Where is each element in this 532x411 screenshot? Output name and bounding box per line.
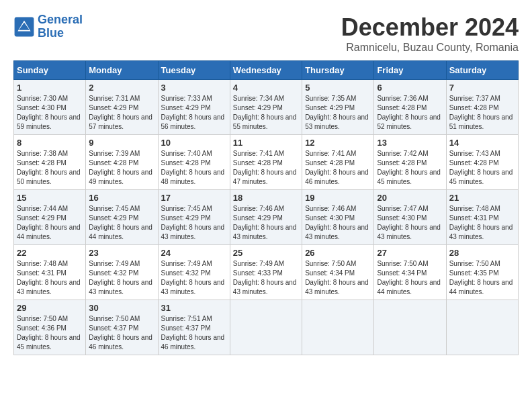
day-info: Sunrise: 7:48 AM Sunset: 4:31 PM Dayligh… bbox=[449, 204, 515, 242]
day-info: Sunrise: 7:44 AM Sunset: 4:29 PM Dayligh… bbox=[17, 204, 83, 242]
day-info: Sunrise: 7:33 AM Sunset: 4:29 PM Dayligh… bbox=[161, 94, 227, 132]
calendar-cell: 28 Sunrise: 7:50 AM Sunset: 4:35 PM Dayl… bbox=[446, 245, 518, 300]
day-number: 4 bbox=[233, 83, 299, 93]
calendar-cell: 2 Sunrise: 7:31 AM Sunset: 4:29 PM Dayli… bbox=[86, 80, 158, 135]
day-info: Sunrise: 7:50 AM Sunset: 4:34 PM Dayligh… bbox=[377, 259, 443, 297]
logo-line1: General bbox=[38, 13, 83, 26]
day-number: 30 bbox=[89, 303, 154, 313]
day-info: Sunrise: 7:49 AM Sunset: 4:33 PM Dayligh… bbox=[233, 259, 299, 297]
day-info: Sunrise: 7:41 AM Sunset: 4:28 PM Dayligh… bbox=[305, 149, 371, 187]
day-number: 23 bbox=[89, 248, 154, 258]
day-info: Sunrise: 7:31 AM Sunset: 4:29 PM Dayligh… bbox=[89, 94, 154, 132]
day-info: Sunrise: 7:37 AM Sunset: 4:28 PM Dayligh… bbox=[449, 94, 515, 132]
weekday-header-monday: Monday bbox=[86, 61, 158, 80]
day-info: Sunrise: 7:45 AM Sunset: 4:29 PM Dayligh… bbox=[161, 204, 227, 242]
calendar-cell: 21 Sunrise: 7:48 AM Sunset: 4:31 PM Dayl… bbox=[446, 190, 518, 245]
day-number: 31 bbox=[161, 303, 227, 313]
day-number: 29 bbox=[17, 303, 83, 313]
calendar-cell: 3 Sunrise: 7:33 AM Sunset: 4:29 PM Dayli… bbox=[158, 80, 230, 135]
calendar-cell: 23 Sunrise: 7:49 AM Sunset: 4:32 PM Dayl… bbox=[86, 245, 158, 300]
weekday-header-friday: Friday bbox=[374, 61, 446, 80]
calendar-cell bbox=[446, 300, 518, 355]
day-number: 10 bbox=[161, 138, 227, 148]
day-number: 16 bbox=[89, 193, 154, 203]
day-info: Sunrise: 7:36 AM Sunset: 4:28 PM Dayligh… bbox=[377, 94, 443, 132]
day-info: Sunrise: 7:40 AM Sunset: 4:28 PM Dayligh… bbox=[161, 149, 227, 187]
day-number: 26 bbox=[305, 248, 371, 258]
title-section: December 2024 Ramnicelu, Buzau County, R… bbox=[341, 13, 519, 54]
calendar-week-2: 8 Sunrise: 7:38 AM Sunset: 4:28 PM Dayli… bbox=[14, 135, 519, 190]
calendar-cell: 10 Sunrise: 7:40 AM Sunset: 4:28 PM Dayl… bbox=[158, 135, 230, 190]
day-number: 19 bbox=[305, 193, 371, 203]
calendar-week-5: 29 Sunrise: 7:50 AM Sunset: 4:36 PM Dayl… bbox=[14, 300, 519, 355]
month-title: December 2024 bbox=[341, 13, 519, 42]
weekday-header-saturday: Saturday bbox=[446, 61, 518, 80]
calendar-cell: 15 Sunrise: 7:44 AM Sunset: 4:29 PM Dayl… bbox=[14, 190, 86, 245]
calendar-week-4: 22 Sunrise: 7:48 AM Sunset: 4:31 PM Dayl… bbox=[14, 245, 519, 300]
day-number: 8 bbox=[17, 138, 83, 148]
day-info: Sunrise: 7:50 AM Sunset: 4:36 PM Dayligh… bbox=[17, 314, 83, 352]
header: General Blue December 2024 Ramnicelu, Bu… bbox=[13, 13, 519, 54]
weekday-header-tuesday: Tuesday bbox=[158, 61, 230, 80]
day-info: Sunrise: 7:34 AM Sunset: 4:29 PM Dayligh… bbox=[233, 94, 299, 132]
calendar-cell: 13 Sunrise: 7:42 AM Sunset: 4:28 PM Dayl… bbox=[374, 135, 446, 190]
calendar-cell: 27 Sunrise: 7:50 AM Sunset: 4:34 PM Dayl… bbox=[374, 245, 446, 300]
day-info: Sunrise: 7:50 AM Sunset: 4:37 PM Dayligh… bbox=[89, 314, 154, 352]
calendar-cell: 22 Sunrise: 7:48 AM Sunset: 4:31 PM Dayl… bbox=[14, 245, 86, 300]
weekday-header-sunday: Sunday bbox=[14, 61, 86, 80]
day-info: Sunrise: 7:47 AM Sunset: 4:30 PM Dayligh… bbox=[377, 204, 443, 242]
weekday-header-thursday: Thursday bbox=[302, 61, 374, 80]
day-number: 21 bbox=[449, 193, 515, 203]
day-info: Sunrise: 7:48 AM Sunset: 4:31 PM Dayligh… bbox=[17, 259, 83, 297]
day-number: 22 bbox=[17, 248, 83, 258]
day-number: 5 bbox=[305, 83, 371, 93]
calendar-cell: 5 Sunrise: 7:35 AM Sunset: 4:29 PM Dayli… bbox=[302, 80, 374, 135]
calendar-cell: 24 Sunrise: 7:49 AM Sunset: 4:32 PM Dayl… bbox=[158, 245, 230, 300]
calendar-week-3: 15 Sunrise: 7:44 AM Sunset: 4:29 PM Dayl… bbox=[14, 190, 519, 245]
day-info: Sunrise: 7:39 AM Sunset: 4:28 PM Dayligh… bbox=[89, 149, 154, 187]
day-number: 27 bbox=[377, 248, 443, 258]
calendar-cell: 26 Sunrise: 7:50 AM Sunset: 4:34 PM Dayl… bbox=[302, 245, 374, 300]
calendar-cell: 18 Sunrise: 7:46 AM Sunset: 4:29 PM Dayl… bbox=[230, 190, 302, 245]
day-number: 11 bbox=[233, 138, 299, 148]
calendar-cell: 29 Sunrise: 7:50 AM Sunset: 4:36 PM Dayl… bbox=[14, 300, 86, 355]
calendar-cell: 12 Sunrise: 7:41 AM Sunset: 4:28 PM Dayl… bbox=[302, 135, 374, 190]
day-number: 25 bbox=[233, 248, 299, 258]
calendar-cell: 14 Sunrise: 7:43 AM Sunset: 4:28 PM Dayl… bbox=[446, 135, 518, 190]
day-info: Sunrise: 7:43 AM Sunset: 4:28 PM Dayligh… bbox=[449, 149, 515, 187]
day-info: Sunrise: 7:38 AM Sunset: 4:28 PM Dayligh… bbox=[17, 149, 83, 187]
day-number: 28 bbox=[449, 248, 515, 258]
calendar-cell: 19 Sunrise: 7:46 AM Sunset: 4:30 PM Dayl… bbox=[302, 190, 374, 245]
weekday-header-wednesday: Wednesday bbox=[230, 61, 302, 80]
day-number: 12 bbox=[305, 138, 371, 148]
day-info: Sunrise: 7:51 AM Sunset: 4:37 PM Dayligh… bbox=[161, 314, 227, 352]
day-info: Sunrise: 7:50 AM Sunset: 4:34 PM Dayligh… bbox=[305, 259, 371, 297]
calendar-cell: 31 Sunrise: 7:51 AM Sunset: 4:37 PM Dayl… bbox=[158, 300, 230, 355]
calendar-cell: 20 Sunrise: 7:47 AM Sunset: 4:30 PM Dayl… bbox=[374, 190, 446, 245]
calendar-cell: 16 Sunrise: 7:45 AM Sunset: 4:29 PM Dayl… bbox=[86, 190, 158, 245]
calendar-week-1: 1 Sunrise: 7:30 AM Sunset: 4:30 PM Dayli… bbox=[14, 80, 519, 135]
logo-line2: Blue bbox=[38, 26, 64, 40]
weekday-header-row: SundayMondayTuesdayWednesdayThursdayFrid… bbox=[14, 61, 519, 80]
calendar-cell: 6 Sunrise: 7:36 AM Sunset: 4:28 PM Dayli… bbox=[374, 80, 446, 135]
day-number: 7 bbox=[449, 83, 515, 93]
day-info: Sunrise: 7:50 AM Sunset: 4:35 PM Dayligh… bbox=[449, 259, 515, 297]
logo-icon bbox=[13, 16, 35, 38]
calendar-cell: 30 Sunrise: 7:50 AM Sunset: 4:37 PM Dayl… bbox=[86, 300, 158, 355]
calendar-cell: 7 Sunrise: 7:37 AM Sunset: 4:28 PM Dayli… bbox=[446, 80, 518, 135]
calendar-cell bbox=[302, 300, 374, 355]
calendar-table: SundayMondayTuesdayWednesdayThursdayFrid… bbox=[13, 60, 519, 355]
day-info: Sunrise: 7:45 AM Sunset: 4:29 PM Dayligh… bbox=[89, 204, 154, 242]
day-number: 1 bbox=[17, 83, 83, 93]
day-number: 17 bbox=[161, 193, 227, 203]
day-number: 9 bbox=[89, 138, 154, 148]
calendar-cell bbox=[230, 300, 302, 355]
day-info: Sunrise: 7:46 AM Sunset: 4:30 PM Dayligh… bbox=[305, 204, 371, 242]
day-number: 15 bbox=[17, 193, 83, 203]
day-number: 3 bbox=[161, 83, 227, 93]
logo-text: General Blue bbox=[38, 13, 83, 40]
day-number: 20 bbox=[377, 193, 443, 203]
day-number: 24 bbox=[161, 248, 227, 258]
day-number: 18 bbox=[233, 193, 299, 203]
calendar-cell: 11 Sunrise: 7:41 AM Sunset: 4:28 PM Dayl… bbox=[230, 135, 302, 190]
